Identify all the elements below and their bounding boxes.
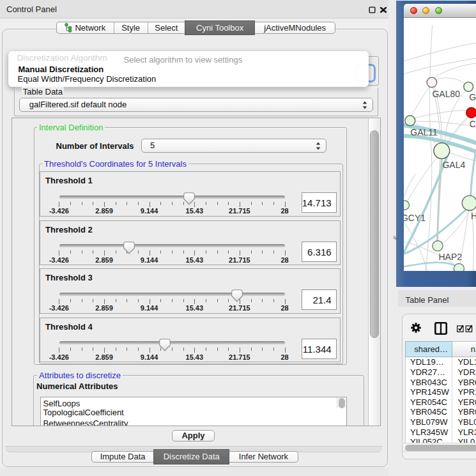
svg-text:HAP2: HAP2 (438, 252, 462, 262)
svg-text:GCY1: GCY1 (404, 213, 426, 223)
svg-text:C: C (469, 119, 475, 129)
svg-text:GAL80: GAL80 (432, 89, 460, 99)
svg-text:GA: GA (469, 92, 476, 102)
svg-text:GAL11: GAL11 (410, 127, 438, 137)
svg-text:GAL4: GAL4 (442, 160, 465, 170)
svg-text:H: H (470, 211, 476, 221)
